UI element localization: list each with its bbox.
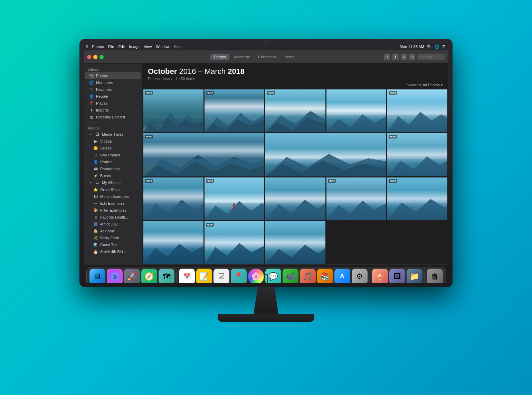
sidebar-berry-farm-label: Berry Farm <box>100 236 119 240</box>
sidebar-item-imports[interactable]: ⬇ Imports <box>85 107 141 114</box>
photo-cell[interactable]: HDR <box>143 177 203 220</box>
sidebar-edit-examples[interactable]: ✏ Edit Examples <box>85 200 141 207</box>
menubar-search-icon[interactable]: 🔍 <box>427 45 432 49</box>
photo-cell[interactable] <box>265 221 325 264</box>
photo-cell[interactable]: HDR <box>143 89 203 132</box>
dock-facetime[interactable]: 📹 <box>283 269 298 283</box>
sidebar-favorite-depth[interactable]: ⊙ Favorite Depth... <box>85 214 141 221</box>
dock-extra3[interactable]: 📁 <box>407 269 422 283</box>
menu-help[interactable]: Help <box>174 45 182 49</box>
sidebar-smith-birt[interactable]: 🎂 Smith 4th Birt... <box>85 248 141 255</box>
sidebar-coast-trip[interactable]: 🌊 Coast Trip <box>85 241 141 248</box>
rotate-icon[interactable]: ↺ <box>401 54 407 60</box>
window-controls <box>87 55 104 59</box>
photo-cell[interactable] <box>265 177 325 220</box>
main-content: Library 📷 Photos 🌀 Memories ♡ Favori <box>84 64 448 264</box>
menu-view[interactable]: View <box>144 45 152 49</box>
sidebar-motion-examples[interactable]: 🎞 Motion Examples <box>85 193 141 200</box>
imports-icon: ⬇ <box>89 108 94 113</box>
hdr-badge: HDR <box>145 179 153 183</box>
close-button[interactable] <box>87 55 91 59</box>
info-icon[interactable]: ℹ <box>384 54 390 60</box>
menubar-menu-icon[interactable]: ☰ <box>442 45 446 49</box>
photo-reflection <box>387 115 447 132</box>
great-shots-icon: ⭐ <box>93 187 98 192</box>
minimize-button[interactable] <box>93 55 97 59</box>
dock-safari[interactable]: 🧭 <box>141 269 157 283</box>
dock-music[interactable]: 🎵 <box>300 269 316 283</box>
dock-extra2[interactable]: 🖼 <box>389 269 405 283</box>
sidebar-panoramas-label: Panoramas <box>100 167 120 171</box>
apple-menu-icon[interactable]:  <box>86 44 88 49</box>
photo-cell[interactable]: HDR <box>326 177 387 220</box>
dock-maps[interactable]: 🗺 <box>159 269 174 283</box>
photo-cell[interactable]: HDR <box>265 89 325 132</box>
sidebar-berry-farm[interactable]: 🌿 Berry Farm <box>85 234 141 241</box>
sidebar-bursts[interactable]: ⚡ Bursts <box>85 172 141 179</box>
photo-cell-wide[interactable] <box>265 133 386 176</box>
sidebar-places-label: Places <box>96 101 107 105</box>
photo-cell[interactable]: HDR <box>387 177 447 220</box>
menu-edit[interactable]: Edit <box>118 45 125 49</box>
dock-extra1[interactable]: 🍹 <box>372 269 388 283</box>
showing-filter-button[interactable]: Showing: All Photos ▾ <box>406 83 443 87</box>
photo-cell[interactable]: HDR <box>205 177 265 220</box>
memories-icon: 🌀 <box>89 80 94 85</box>
svg-marker-20 <box>265 244 325 264</box>
menu-window[interactable]: Window <box>156 45 170 49</box>
sidebar-item-people[interactable]: 👤 People <box>85 93 141 100</box>
menubar-globe-icon[interactable]: 🌐 <box>435 45 439 49</box>
sidebar-item-places[interactable]: 📍 Places <box>85 100 141 107</box>
sidebar-great-shots[interactable]: ⭐ Great Shots <box>85 186 141 193</box>
dock-notes[interactable]: 📝 <box>196 269 212 283</box>
sidebar-selfies[interactable]: 😊 Selfies <box>85 145 141 152</box>
photo-cell[interactable]: HDR <box>387 133 447 176</box>
tab-years[interactable]: Years <box>282 54 298 60</box>
tab-moments[interactable]: Moments <box>231 54 253 60</box>
sidebar-4th-july[interactable]: 🎆 4th of July <box>85 221 141 228</box>
books-icon: 📚 <box>320 272 330 281</box>
sidebar-portrait[interactable]: 👤 Portrait <box>85 158 141 165</box>
dock-siri[interactable]: ◎ <box>107 269 123 283</box>
dock-trash[interactable]: 🗑 <box>427 269 443 283</box>
dock-finder[interactable]: 🖥 <box>89 269 105 283</box>
dock-appstore[interactable]: A <box>334 269 350 283</box>
sidebar-item-photos[interactable]: 📷 Photos <box>85 72 141 79</box>
tab-photos[interactable]: Photos <box>210 54 229 60</box>
sidebar-media-types[interactable]: ▼ 🎞 Media Types <box>85 131 141 138</box>
photo-date-title: October 2016 – March 2018 <box>148 67 443 76</box>
sidebar-item-favorites[interactable]: ♡ Favorites <box>85 86 141 93</box>
tab-collections[interactable]: Collections <box>255 54 280 60</box>
sidebar-media-types-label: Media Types <box>102 132 123 136</box>
dock-books[interactable]: 📚 <box>317 269 333 283</box>
sidebar-panoramas[interactable]: 🏔 Panoramas <box>85 165 141 172</box>
dock-maps2[interactable]: 📍 <box>231 269 247 283</box>
photo-cell[interactable]: HDR <box>387 89 447 132</box>
sidebar-filter-examples[interactable]: 🎨 Filter Examples <box>85 207 141 214</box>
dock-photos[interactable]: 🌸 <box>248 269 264 283</box>
menu-photos[interactable]: Photos <box>92 45 104 49</box>
dock-launchpad[interactable]: 🚀 <box>124 269 140 283</box>
grid-icon[interactable]: ⊞ <box>409 54 415 60</box>
photo-cell[interactable]: HDR <box>205 221 265 264</box>
search-input[interactable] <box>417 54 445 60</box>
sidebar-at-home[interactable]: 🏠 At Home <box>85 228 141 234</box>
photo-inner <box>143 221 203 264</box>
dock-calendar[interactable]: 📅 <box>179 269 195 283</box>
photo-cell[interactable] <box>326 89 387 132</box>
photo-cell-wide[interactable]: HDR <box>143 133 264 176</box>
menu-file[interactable]: File <box>108 45 114 49</box>
sidebar-my-albums[interactable]: ▼ 🗂 My Albums <box>85 179 141 186</box>
share-icon[interactable]: ⬆ <box>392 54 399 60</box>
sidebar-item-memories[interactable]: 🌀 Memories <box>85 79 141 86</box>
sidebar-live-photos[interactable]: ⊙ Live Photos <box>85 152 141 158</box>
maximize-button[interactable] <box>99 55 104 59</box>
photo-cell[interactable]: HDR <box>205 89 265 132</box>
sidebar-favorite-depth-label: Favorite Depth... <box>100 215 128 219</box>
sidebar-videos[interactable]: ▶ Videos <box>85 138 141 145</box>
photo-cell[interactable] <box>143 221 203 264</box>
menu-image[interactable]: Image <box>129 45 140 49</box>
dock-reminders[interactable]: ☑ <box>213 269 229 283</box>
sidebar-item-recently-deleted[interactable]: 🗑 Recently Deleted <box>85 114 141 121</box>
dock-syspref[interactable]: ⚙ <box>352 269 368 283</box>
